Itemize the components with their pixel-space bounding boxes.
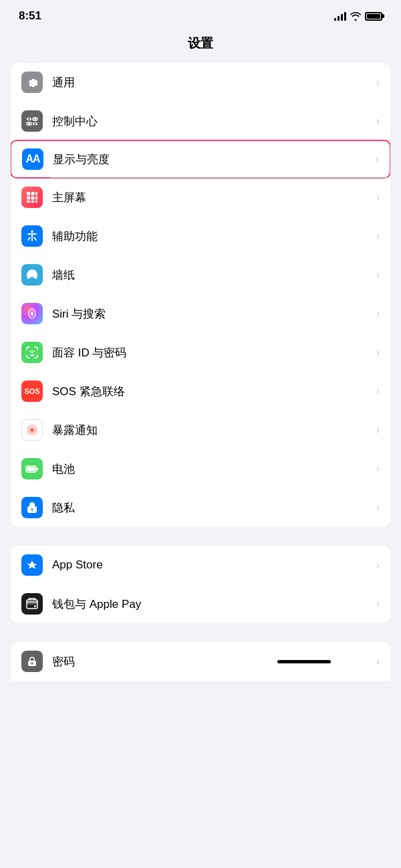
faceid-label: 面容 ID 与密码 [52,345,371,360]
svg-rect-9 [31,192,35,195]
signal-icon [334,11,346,21]
accessibility-icon [21,225,43,247]
sos-label: SOS 紧急联络 [52,384,371,399]
settings-item-privacy[interactable]: 隐私 › [11,488,390,527]
settings-item-wallet[interactable]: 钱包与 Apple Pay › [11,584,390,623]
settings-item-faceid[interactable]: 面容 ID 与密码 › [11,333,390,372]
svg-rect-11 [27,197,30,200]
appstore-label: App Store [52,558,371,572]
chevron-icon: › [376,346,380,358]
svg-point-17 [31,231,33,233]
svg-rect-16 [35,201,37,203]
svg-point-34 [31,663,33,665]
svg-rect-14 [27,201,30,203]
toggle-icon [21,110,43,132]
control-center-label: 控制中心 [52,114,371,129]
page-title: 设置 [0,28,401,63]
svg-rect-15 [31,201,35,203]
svg-point-32 [34,605,36,607]
wallpaper-label: 墙纸 [52,267,371,283]
settings-item-sos[interactable]: SOS SOS 紧急联络 › [11,372,390,411]
svg-point-21 [31,313,33,315]
faceid-icon [21,342,43,363]
settings-item-appstore[interactable]: App Store › [11,546,390,584]
status-time: 8:51 [19,9,41,23]
wifi-icon [350,12,361,21]
gear-icon [21,72,43,93]
chevron-icon: › [376,424,380,436]
battery-label: 电池 [52,461,371,477]
svg-rect-10 [35,192,37,195]
chevron-icon: › [376,153,379,165]
battery-icon [365,12,382,21]
appstore-icon [21,554,43,576]
privacy-icon [21,497,43,518]
password-section: 密码 › [11,642,390,681]
chevron-icon: › [376,308,380,320]
wallet-icon [21,593,43,615]
apps-section: App Store › 钱包与 Apple Pay › [11,546,390,623]
chevron-icon: › [376,76,380,88]
svg-point-22 [30,428,34,432]
svg-point-29 [31,509,33,511]
display-icon: AA [22,148,43,170]
general-label: 通用 [52,75,371,90]
siri-icon [21,303,43,324]
settings-item-general[interactable]: 通用 › [11,63,390,102]
settings-item-siri[interactable]: Siri 与搜索 › [11,294,390,333]
wallpaper-icon [21,264,43,286]
homescreen-icon [21,187,43,208]
chevron-icon: › [376,463,380,475]
svg-point-2 [28,118,30,120]
chevron-icon: › [376,269,380,281]
svg-point-3 [34,118,36,120]
sos-icon: SOS [21,381,43,402]
svg-point-6 [28,123,30,125]
status-icons [334,11,382,21]
battery-setting-icon [21,458,43,479]
accessibility-label: 辅助功能 [52,229,371,244]
chevron-icon: › [376,502,380,514]
svg-rect-8 [27,192,30,195]
settings-item-accessibility[interactable]: 辅助功能 › [11,217,390,255]
settings-item-wallpaper[interactable]: 墙纸 › [11,255,390,294]
display-label: 显示与亮度 [53,152,370,167]
svg-rect-12 [31,197,35,200]
settings-item-exposure[interactable]: 暴露通知 › [11,411,390,449]
svg-point-7 [34,123,36,125]
chevron-icon: › [376,230,380,242]
settings-item-battery[interactable]: 电池 › [11,449,390,488]
exposure-icon [21,419,43,441]
settings-item-control-center[interactable]: 控制中心 › [11,102,390,140]
settings-item-password[interactable]: 密码 › [11,642,390,681]
svg-rect-13 [35,197,37,200]
homescreen-label: 主屏幕 [52,190,371,205]
password-label: 密码 [52,654,211,669]
general-section: 通用 › 控制中心 › AA 显示与亮度 › [11,63,390,527]
chevron-icon: › [376,598,380,610]
svg-rect-26 [37,468,39,471]
settings-item-homescreen[interactable]: 主屏幕 › [11,178,390,217]
svg-point-18 [29,272,31,274]
chevron-icon: › [376,385,380,397]
status-bar: 8:51 [0,0,401,28]
privacy-label: 隐私 [52,500,371,516]
chevron-icon: › [376,191,380,203]
exposure-label: 暴露通知 [52,423,371,438]
chevron-icon: › [376,655,380,667]
wallet-label: 钱包与 Apple Pay [52,596,371,612]
password-icon [21,651,43,672]
svg-rect-27 [27,467,35,471]
chevron-icon: › [376,115,380,127]
chevron-icon: › [376,559,380,571]
settings-item-display[interactable]: AA 显示与亮度 › [11,140,390,179]
siri-label: Siri 与搜索 [52,306,371,322]
